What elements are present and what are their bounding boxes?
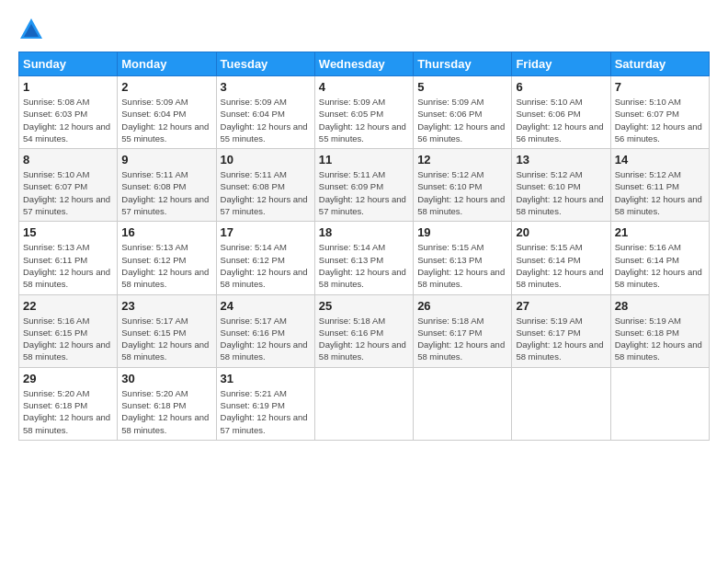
day-cell: 30 Sunrise: 5:20 AMSunset: 6:18 PMDaylig…: [118, 367, 216, 440]
day-header-friday: Friday: [512, 52, 610, 76]
day-info: Sunrise: 5:08 AMSunset: 6:03 PMDaylight:…: [23, 97, 110, 144]
day-info: Sunrise: 5:13 AMSunset: 6:12 PMDaylight:…: [121, 242, 209, 289]
day-cell: 3 Sunrise: 5:09 AMSunset: 6:04 PMDayligh…: [216, 76, 314, 149]
day-number: 13: [516, 153, 606, 167]
day-cell: 14 Sunrise: 5:12 AMSunset: 6:11 PMDaylig…: [610, 149, 709, 222]
day-number: 7: [615, 80, 705, 94]
day-cell: 21 Sunrise: 5:16 AMSunset: 6:14 PMDaylig…: [610, 222, 709, 294]
day-cell: 18 Sunrise: 5:14 AMSunset: 6:13 PMDaylig…: [314, 222, 413, 294]
day-cell: 8 Sunrise: 5:10 AMSunset: 6:07 PMDayligh…: [19, 149, 118, 222]
day-info: Sunrise: 5:19 AMSunset: 6:18 PMDaylight:…: [615, 316, 702, 362]
day-number: 31: [221, 372, 311, 385]
day-cell: 27 Sunrise: 5:19 AMSunset: 6:17 PMDaylig…: [512, 294, 610, 367]
day-cell: 6 Sunrise: 5:10 AMSunset: 6:06 PMDayligh…: [512, 76, 610, 149]
day-number: 1: [23, 80, 113, 94]
day-cell: [610, 367, 709, 440]
header-row: SundayMondayTuesdayWednesdayThursdayFrid…: [19, 52, 710, 76]
week-row-2: 8 Sunrise: 5:10 AMSunset: 6:07 PMDayligh…: [19, 149, 710, 222]
header: [18, 17, 710, 42]
day-number: 3: [221, 80, 311, 94]
day-cell: 20 Sunrise: 5:15 AMSunset: 6:14 PMDaylig…: [512, 222, 610, 294]
day-cell: 16 Sunrise: 5:13 AMSunset: 6:12 PMDaylig…: [118, 222, 216, 294]
day-info: Sunrise: 5:15 AMSunset: 6:14 PMDaylight:…: [516, 242, 603, 289]
day-number: 8: [23, 153, 113, 167]
day-cell: 7 Sunrise: 5:10 AMSunset: 6:07 PMDayligh…: [610, 76, 709, 149]
day-header-thursday: Thursday: [414, 52, 512, 76]
day-info: Sunrise: 5:17 AMSunset: 6:16 PMDaylight:…: [221, 316, 308, 362]
day-info: Sunrise: 5:12 AMSunset: 6:11 PMDaylight:…: [615, 169, 702, 216]
day-info: Sunrise: 5:10 AMSunset: 6:07 PMDaylight:…: [23, 169, 110, 216]
day-number: 2: [121, 80, 211, 94]
day-info: Sunrise: 5:14 AMSunset: 6:13 PMDaylight:…: [319, 242, 406, 289]
logo: [18, 17, 48, 42]
day-cell: 11 Sunrise: 5:11 AMSunset: 6:09 PMDaylig…: [314, 149, 413, 222]
day-header-saturday: Saturday: [610, 52, 709, 76]
calendar-header: SundayMondayTuesdayWednesdayThursdayFrid…: [19, 52, 710, 76]
day-cell: 2 Sunrise: 5:09 AMSunset: 6:04 PMDayligh…: [118, 76, 216, 149]
day-number: 12: [417, 153, 507, 167]
day-number: 18: [319, 225, 409, 239]
day-info: Sunrise: 5:15 AMSunset: 6:13 PMDaylight:…: [417, 242, 505, 289]
day-cell: 13 Sunrise: 5:12 AMSunset: 6:10 PMDaylig…: [512, 149, 610, 222]
week-row-5: 29 Sunrise: 5:20 AMSunset: 6:18 PMDaylig…: [19, 367, 710, 440]
day-cell: 1 Sunrise: 5:08 AMSunset: 6:03 PMDayligh…: [19, 76, 118, 149]
day-number: 5: [417, 80, 507, 94]
day-cell: 26 Sunrise: 5:18 AMSunset: 6:17 PMDaylig…: [414, 294, 512, 367]
day-info: Sunrise: 5:16 AMSunset: 6:15 PMDaylight:…: [23, 316, 110, 362]
day-cell: 31 Sunrise: 5:21 AMSunset: 6:19 PMDaylig…: [216, 367, 314, 440]
day-number: 29: [23, 372, 113, 385]
day-number: 16: [121, 225, 211, 239]
day-info: Sunrise: 5:18 AMSunset: 6:17 PMDaylight:…: [417, 316, 505, 362]
day-number: 28: [615, 299, 705, 313]
day-info: Sunrise: 5:20 AMSunset: 6:18 PMDaylight:…: [23, 388, 110, 435]
day-cell: 4 Sunrise: 5:09 AMSunset: 6:05 PMDayligh…: [314, 76, 413, 149]
day-info: Sunrise: 5:13 AMSunset: 6:11 PMDaylight:…: [23, 242, 110, 289]
day-info: Sunrise: 5:18 AMSunset: 6:16 PMDaylight:…: [319, 316, 406, 362]
day-header-wednesday: Wednesday: [314, 52, 413, 76]
day-cell: 5 Sunrise: 5:09 AMSunset: 6:06 PMDayligh…: [414, 76, 512, 149]
day-number: 11: [319, 153, 409, 167]
day-number: 14: [615, 153, 705, 167]
day-info: Sunrise: 5:12 AMSunset: 6:10 PMDaylight:…: [417, 169, 505, 216]
day-number: 9: [121, 153, 211, 167]
day-cell: 28 Sunrise: 5:19 AMSunset: 6:18 PMDaylig…: [610, 294, 709, 367]
week-row-4: 22 Sunrise: 5:16 AMSunset: 6:15 PMDaylig…: [19, 294, 710, 367]
day-cell: 22 Sunrise: 5:16 AMSunset: 6:15 PMDaylig…: [19, 294, 118, 367]
day-info: Sunrise: 5:19 AMSunset: 6:17 PMDaylight:…: [516, 316, 603, 362]
day-info: Sunrise: 5:09 AMSunset: 6:04 PMDaylight:…: [221, 97, 308, 144]
day-cell: 19 Sunrise: 5:15 AMSunset: 6:13 PMDaylig…: [414, 222, 512, 294]
day-info: Sunrise: 5:09 AMSunset: 6:04 PMDaylight:…: [121, 97, 209, 144]
day-number: 24: [221, 299, 311, 313]
day-info: Sunrise: 5:11 AMSunset: 6:08 PMDaylight:…: [221, 169, 308, 216]
day-number: 25: [319, 299, 409, 313]
day-number: 21: [615, 225, 705, 239]
calendar-body: 1 Sunrise: 5:08 AMSunset: 6:03 PMDayligh…: [19, 76, 710, 441]
day-header-monday: Monday: [118, 52, 216, 76]
week-row-1: 1 Sunrise: 5:08 AMSunset: 6:03 PMDayligh…: [19, 76, 710, 149]
day-header-tuesday: Tuesday: [216, 52, 314, 76]
day-number: 4: [319, 80, 409, 94]
day-number: 30: [121, 372, 211, 385]
day-cell: 25 Sunrise: 5:18 AMSunset: 6:16 PMDaylig…: [314, 294, 413, 367]
day-number: 10: [221, 153, 311, 167]
day-cell: [512, 367, 610, 440]
day-info: Sunrise: 5:17 AMSunset: 6:15 PMDaylight:…: [121, 316, 209, 362]
day-number: 23: [121, 299, 211, 313]
day-info: Sunrise: 5:21 AMSunset: 6:19 PMDaylight:…: [221, 388, 308, 435]
week-row-3: 15 Sunrise: 5:13 AMSunset: 6:11 PMDaylig…: [19, 222, 710, 294]
day-header-sunday: Sunday: [19, 52, 118, 76]
day-cell: 15 Sunrise: 5:13 AMSunset: 6:11 PMDaylig…: [19, 222, 118, 294]
day-cell: [314, 367, 413, 440]
day-number: 15: [23, 225, 113, 239]
day-cell: 23 Sunrise: 5:17 AMSunset: 6:15 PMDaylig…: [118, 294, 216, 367]
day-info: Sunrise: 5:09 AMSunset: 6:05 PMDaylight:…: [319, 97, 406, 144]
day-cell: [414, 367, 512, 440]
day-info: Sunrise: 5:10 AMSunset: 6:07 PMDaylight:…: [615, 97, 702, 144]
day-number: 19: [417, 225, 507, 239]
day-number: 17: [221, 225, 311, 239]
day-cell: 24 Sunrise: 5:17 AMSunset: 6:16 PMDaylig…: [216, 294, 314, 367]
logo-icon: [18, 17, 44, 42]
day-info: Sunrise: 5:10 AMSunset: 6:06 PMDaylight:…: [516, 97, 603, 144]
day-info: Sunrise: 5:11 AMSunset: 6:09 PMDaylight:…: [319, 169, 406, 216]
day-cell: 10 Sunrise: 5:11 AMSunset: 6:08 PMDaylig…: [216, 149, 314, 222]
